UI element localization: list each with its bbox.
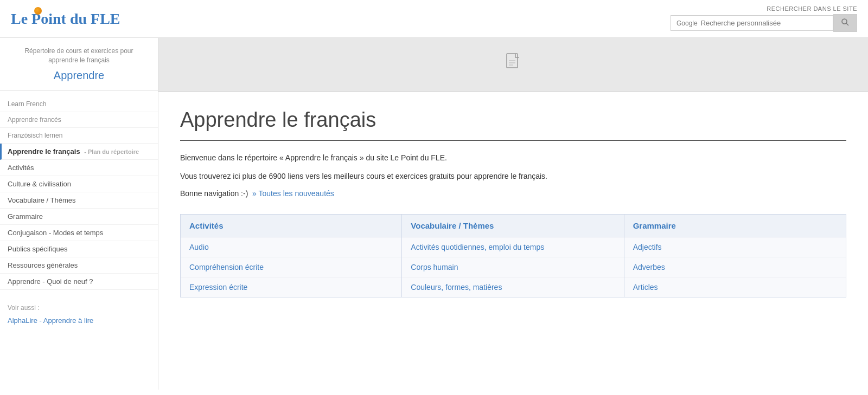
sidebar-item-plan-label: - Plan du répertoire <box>84 148 139 155</box>
card-link-adverbes[interactable]: Adverbes <box>624 257 846 277</box>
card-grammaire-header: Grammaire <box>624 215 846 237</box>
sidebar-top: Répertoire de cours et exercices pour ap… <box>0 38 158 91</box>
search-row: Google <box>671 14 857 32</box>
header: Le Point du FLE Rechercher dans le site … <box>0 0 868 38</box>
card-link-adjectifs[interactable]: Adjectifs <box>624 237 846 257</box>
sidebar-item-apprendre-francais[interactable]: Apprendre le français - Plan du répertoi… <box>0 144 158 160</box>
intro-text-1: Bienvenue dans le répertoire « Apprendre… <box>180 152 846 164</box>
search-icon <box>841 18 849 26</box>
card-link-activites-quot[interactable]: Activités quotidiennes, emploi du temps <box>402 237 623 257</box>
svg-line-1 <box>846 23 848 25</box>
sidebar: Répertoire de cours et exercices pour ap… <box>0 38 158 390</box>
title-divider <box>180 140 846 141</box>
card-link-expression[interactable]: Expression écrite <box>181 277 401 297</box>
sidebar-item-ressources[interactable]: Ressources générales <box>0 257 158 274</box>
sidebar-item-publics[interactable]: Publics spécifiques <box>0 241 158 257</box>
sidebar-item-nouveautes[interactable]: Apprendre - Quoi de neuf ? <box>0 274 158 290</box>
sidebar-subtitle: Répertoire de cours et exercices pour ap… <box>11 47 147 65</box>
card-activites-header: Activités <box>181 215 401 237</box>
card-link-audio[interactable]: Audio <box>181 237 401 257</box>
logo-area: Le Point du FLE <box>11 10 120 28</box>
nouveautes-link[interactable]: » Toutes les nouveautés <box>252 189 334 198</box>
google-label: Google <box>676 20 698 27</box>
card-vocabulaire-title[interactable]: Vocabulaire / Thèmes <box>411 221 494 230</box>
content-area: Apprendre le français Bienvenue dans le … <box>158 92 868 314</box>
logo-text: Le Point du FLE <box>11 10 120 27</box>
card-grammaire-body: Adjectifs Adverbes Articles <box>624 237 846 297</box>
layout: Répertoire de cours et exercices pour ap… <box>0 38 868 390</box>
card-vocabulaire: Vocabulaire / Thèmes Activités quotidien… <box>402 214 624 297</box>
sidebar-voir-aussi: Voir aussi : <box>0 295 158 314</box>
sidebar-item-learn-french[interactable]: Learn French <box>0 96 158 112</box>
sidebar-alphalire-link[interactable]: AlphaLire - Apprendre à lire <box>0 314 158 327</box>
voir-aussi-label: Voir aussi : <box>8 304 40 312</box>
banner <box>158 38 868 92</box>
intro-text-2: Vous trouverez ici plus de 6900 liens ve… <box>180 170 846 182</box>
search-area: Rechercher dans le site Google <box>671 5 857 32</box>
card-activites: Activités Audio Compréhension écrite Exp… <box>180 214 402 297</box>
card-activites-body: Audio Compréhension écrite Expression éc… <box>181 237 401 297</box>
bonne-nav-text: Bonne navigation :-) <box>180 189 248 198</box>
search-label: Rechercher dans le site <box>767 5 857 12</box>
banner-icon <box>505 53 522 76</box>
card-activites-title[interactable]: Activités <box>189 221 224 230</box>
sidebar-item-culture[interactable]: Culture & civilisation <box>0 176 158 192</box>
card-link-articles[interactable]: Articles <box>624 277 846 297</box>
page-title: Apprendre le français <box>180 108 846 132</box>
card-link-comprehension[interactable]: Compréhension écrite <box>181 257 401 277</box>
card-grammaire-title[interactable]: Grammaire <box>633 221 676 230</box>
sidebar-item-activites[interactable]: Activités <box>0 160 158 176</box>
sidebar-item-conjugaison[interactable]: Conjugaison - Modes et temps <box>0 225 158 241</box>
card-link-corps[interactable]: Corps humain <box>402 257 623 277</box>
search-input-container: Google <box>671 15 833 31</box>
card-link-couleurs[interactable]: Couleurs, formes, matières <box>402 277 623 297</box>
sidebar-item-franzosisch[interactable]: Französisch lernen <box>0 128 158 144</box>
main-content: Apprendre le français Bienvenue dans le … <box>158 38 868 390</box>
bonne-navigation: Bonne navigation :-) » Toutes les nouvea… <box>180 189 846 198</box>
card-vocabulaire-body: Activités quotidiennes, emploi du temps … <box>402 237 623 297</box>
document-icon <box>505 53 522 73</box>
sidebar-nav: Learn French Apprendre francés Französis… <box>0 91 158 295</box>
search-button[interactable] <box>833 14 857 32</box>
logo[interactable]: Le Point du FLE <box>11 10 120 28</box>
sidebar-item-vocabulaire[interactable]: Vocabulaire / Thèmes <box>0 192 158 209</box>
svg-point-0 <box>842 19 847 24</box>
card-vocabulaire-header: Vocabulaire / Thèmes <box>402 215 623 237</box>
search-input[interactable] <box>701 19 827 27</box>
sidebar-item-grammaire[interactable]: Grammaire <box>0 209 158 225</box>
card-grammaire: Grammaire Adjectifs Adverbes Articles <box>624 214 846 297</box>
cards-grid: Activités Audio Compréhension écrite Exp… <box>180 214 846 297</box>
sidebar-apprendre-link[interactable]: Apprendre <box>11 69 147 82</box>
sidebar-item-apprendre-frances[interactable]: Apprendre francés <box>0 112 158 128</box>
